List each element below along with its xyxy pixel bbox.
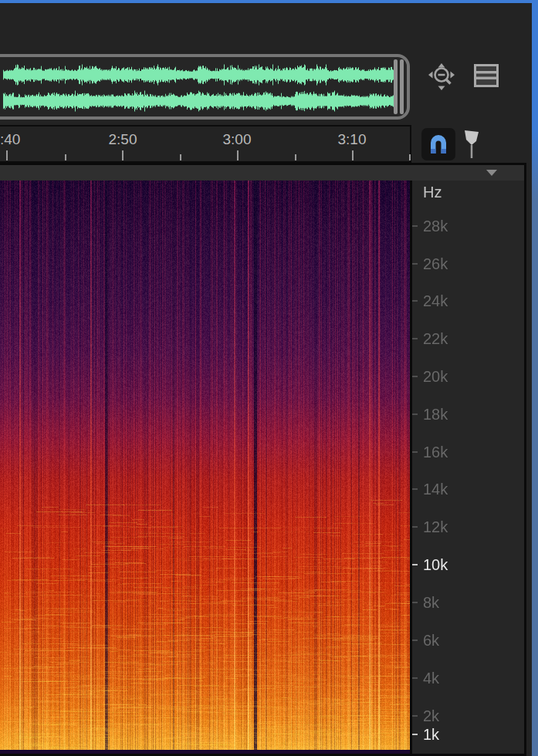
frequency-label: 20k	[423, 368, 448, 386]
timeline-tick	[122, 150, 124, 160]
frequency-label: 8k	[423, 594, 439, 612]
frequency-tick	[412, 677, 418, 679]
magnet-icon	[428, 133, 448, 155]
frequency-tick	[412, 263, 418, 265]
overview-waveform	[3, 59, 395, 115]
frequency-label: 6k	[423, 632, 439, 650]
timeline-tick	[295, 154, 296, 160]
frequency-label: 1k	[423, 726, 439, 744]
frequency-tick	[412, 451, 418, 453]
frequency-tick	[412, 225, 418, 227]
navigator-right-handle[interactable]	[394, 59, 404, 114]
timeline-tick	[65, 154, 66, 160]
frequency-tick	[412, 640, 418, 641]
frequency-tick	[412, 488, 418, 490]
timeline-ruler[interactable]: :402:503:003:10	[0, 125, 411, 163]
spectrogram[interactable]	[0, 181, 410, 754]
frequency-tick	[412, 526, 418, 528]
marker-icon[interactable]	[462, 129, 481, 160]
frequency-label: 18k	[423, 406, 448, 424]
frequency-tick	[412, 715, 418, 717]
frequency-tick	[412, 300, 418, 302]
timeline-label: 3:10	[338, 131, 367, 148]
frequency-label: 12k	[423, 518, 448, 536]
frequency-tick	[412, 602, 418, 603]
frequency-ruler[interactable]: Hz 28k26k24k22k20k18k16k14k12k10k8k6k4k2…	[412, 181, 524, 754]
frequency-label: 28k	[423, 218, 448, 235]
snap-toggle-button[interactable]	[421, 128, 455, 160]
spectral-display-panel: Hz 28k26k24k22k20k18k16k14k12k10k8k6k4k2…	[0, 163, 526, 756]
spectral-header-bar	[0, 165, 524, 181]
frequency-tick	[412, 564, 418, 565]
timeline-label: :40	[0, 131, 20, 148]
frequency-label: 26k	[423, 255, 448, 273]
frequency-label: 4k	[423, 670, 439, 687]
timeline-tick	[237, 150, 239, 160]
timeline-label: 3:00	[223, 131, 252, 148]
timeline-label: 2:50	[109, 131, 137, 148]
frequency-tick	[412, 338, 418, 339]
frequency-label: 2k	[423, 707, 439, 725]
zoom-navigator-icon[interactable]	[427, 62, 458, 93]
timeline-tick	[6, 150, 8, 160]
frequency-label: 16k	[423, 444, 448, 461]
frequency-label: 14k	[423, 481, 448, 498]
frequency-unit-label: Hz	[423, 184, 442, 201]
waveform-overview-navigator[interactable]	[0, 54, 410, 120]
panel-menu-icon[interactable]	[474, 64, 499, 87]
frequency-tick	[412, 413, 418, 415]
timeline-tick	[352, 150, 354, 160]
frequency-tick	[412, 376, 418, 377]
frequency-label: 10k	[423, 556, 448, 574]
timeline-tick	[409, 154, 411, 160]
window-right-border	[532, 0, 538, 756]
frequency-tick	[412, 734, 418, 735]
frequency-label: 24k	[423, 292, 448, 310]
frequency-label: 22k	[423, 330, 448, 348]
window-top-border	[0, 0, 538, 3]
timeline-tick	[180, 154, 181, 160]
chevron-down-icon[interactable]	[486, 170, 497, 176]
